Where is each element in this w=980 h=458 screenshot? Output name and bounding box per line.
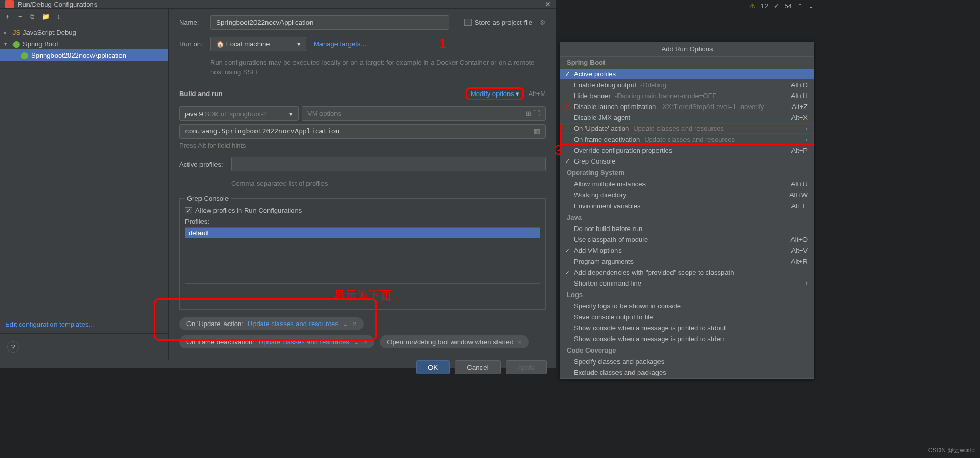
annotation-2: 2 [563,98,571,114]
mi-env-vars[interactable]: Environment variablesAlt+E [560,200,814,211]
browse-icon[interactable]: ▦ [534,127,540,136]
mi-active-profiles[interactable]: ✓Active profiles [560,69,814,79]
chevron-down-icon[interactable]: ⌄ [808,2,814,10]
store-checkbox[interactable] [464,19,472,26]
mi-vm-opts[interactable]: ✓Add VM optionsAlt+V [560,245,814,256]
close-icon[interactable]: ✕ [545,0,551,8]
mi-enable-debug[interactable]: Enable debug output-DdebugAlt+D [560,79,814,90]
open-tool-window-pill[interactable]: Open run/debug tool window when started … [380,335,529,348]
mi-sc-stderr[interactable]: Show console when a message is printed t… [560,333,814,344]
chevron-down-icon[interactable]: ⌄ [343,320,348,328]
mi-shorten[interactable]: Shorten command line› [560,278,814,289]
runon-select[interactable]: 🏠 Local machine ▾ [210,37,306,51]
mi-disable-launch[interactable]: Disable launch optimization-XX:TieredSto… [560,101,814,112]
pill-value: Update classes and resources [248,320,339,328]
name-label: Name: [179,19,210,26]
check-icon: ✓ [565,247,570,254]
pill-label: On 'Update' action: [186,320,244,328]
config-list-pane: ＋ − ⧉ 📁 ↕ ▸ JS JavaScript Debug ▾ ⬤ Spri… [0,9,169,360]
section-os: Operating System [560,167,814,179]
copy-config-button[interactable]: ⧉ [30,12,34,21]
mi-on-frame[interactable]: On frame deactivationUpdate classes and … [560,134,814,145]
profiles-sublabel: Profiles: [185,218,540,225]
spring-boot-node[interactable]: ▾ ⬤ Spring Boot [0,38,168,49]
remove-icon[interactable]: × [364,338,368,346]
mi-hide-banner[interactable]: Hide banner-Dspring.main.banner-mode=OFF… [560,90,814,101]
add-config-button[interactable]: ＋ [4,12,11,21]
active-profiles-input[interactable] [231,157,546,171]
mi-specify-logs[interactable]: Specify logs to be shown in console [560,301,814,312]
edit-templates-link[interactable]: Edit configuration templates... [5,320,94,328]
remove-config-button[interactable]: − [18,12,22,20]
app-config-node[interactable]: ⬤ Springboot2022nocvApplication [0,49,168,61]
help-button[interactable]: ? [7,341,19,353]
expand-icon[interactable]: ⊞ [526,110,531,117]
manage-targets-link[interactable]: Manage targets... [314,40,366,48]
popup-title: Add Run Options [560,42,814,57]
ok-button[interactable]: OK [416,360,450,374]
expand-icon[interactable]: ▸ [4,30,9,35]
gear-icon[interactable]: ⚙ [540,19,546,26]
apply-button[interactable]: Apply [506,360,547,374]
collapse-icon[interactable]: ▾ [4,41,9,47]
mi-exclude-classes[interactable]: Exclude classes and packages [560,367,814,378]
fullscreen-icon[interactable]: ⛶ [533,110,540,117]
name-input[interactable] [210,15,449,30]
sdk-prefix: java 9 [185,110,203,118]
mi-classpath[interactable]: Use classpath of moduleAlt+O [560,234,814,245]
sdk-select[interactable]: java 9 SDK of 'springboot-2 ▾ [179,106,299,121]
chevron-up-icon[interactable]: ⌃ [797,2,803,10]
mi-disable-jmx[interactable]: Disable JMX agentAlt+X [560,112,814,123]
section-logs: Logs [560,289,814,301]
section-coverage: Code Coverage [560,344,814,356]
section-spring: Spring Boot [560,57,814,69]
save-config-button[interactable]: 📁 [42,12,50,20]
mi-save-output[interactable]: Save console output to file [560,312,814,322]
on-frame-pill[interactable]: On frame deactivation: Update classes an… [179,335,374,348]
mi-grep-console[interactable]: ✓Grep Console [560,156,814,167]
mi-on-update[interactable]: On 'Update' actionUpdate classes and res… [560,123,814,134]
mi-specify-classes[interactable]: Specify classes and packages [560,356,814,367]
mi-provided[interactable]: ✓Add dependencies with "provided" scope … [560,267,814,278]
cancel-button[interactable]: Cancel [455,360,501,374]
spring-icon: ⬤ [21,51,28,59]
profiles-list[interactable]: default [185,227,540,284]
vm-placeholder: VM options [307,110,341,118]
runon-value: Local machine [226,40,270,48]
status-bar: ⚠ 12 ✔ 54 ⌃ ⌄ [749,2,814,10]
titlebar: Run/Debug Configurations ✕ [0,0,556,9]
tree-label: Spring Boot [23,40,58,48]
check-icon: ✓ [565,70,570,78]
ok-count: 54 [785,2,792,10]
watermark: CSDN @云world [928,446,975,455]
mi-override-cfg[interactable]: Override configuration propertiesAlt+P [560,145,814,156]
runon-label: Run on: [179,40,210,48]
mi-no-build[interactable]: Do not build before run [560,223,814,234]
chevron-down-icon: ▾ [297,40,301,48]
mi-sc-stdout[interactable]: Show console when a message is printed t… [560,322,814,333]
main-class-input[interactable]: com.wang.Springboot2022nocvApplication ▦ [179,124,546,139]
pill-value: Update classes and resources [259,338,350,346]
allow-profiles-checkbox[interactable]: ✓ [185,207,192,214]
chevron-down-icon[interactable]: ⌄ [354,338,359,346]
vm-options-input[interactable]: VM options ⊞ ⛶ [302,106,546,121]
config-form-pane: Name: Store as project file ⚙ Run on: 🏠 … [169,9,556,360]
profile-item[interactable]: default [185,228,540,238]
section-java: Java [560,211,814,223]
mi-allow-multi[interactable]: Allow multiple instancesAlt+U [560,179,814,190]
config-toolbar: ＋ − ⧉ 📁 ↕ [0,9,168,24]
on-update-pill[interactable]: On 'Update' action: Update classes and r… [179,317,364,330]
modify-options-link[interactable]: Modify options [471,90,514,98]
remove-icon[interactable]: × [353,320,357,328]
mi-work-dir[interactable]: Working directoryAlt+W [560,190,814,200]
check-icon: ✓ [565,157,570,165]
remove-icon[interactable]: × [518,338,522,346]
allow-profiles-label: Allow profiles in Run Configurations [195,207,302,214]
annotation-1: 1 [439,36,446,52]
mi-prog-args[interactable]: Program argumentsAlt+R [560,256,814,267]
tree-label: JavaScript Debug [23,29,76,36]
sort-config-button[interactable]: ↕ [57,12,61,20]
pill-label: On frame deactivation: [186,338,254,346]
grep-legend: Grep Console [185,195,231,203]
js-debug-node[interactable]: ▸ JS JavaScript Debug [0,26,168,38]
